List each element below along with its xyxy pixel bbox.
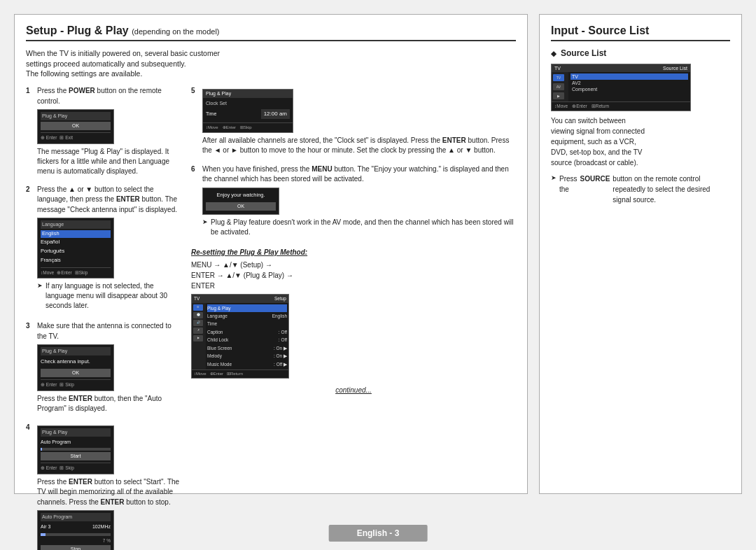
setup-icon-4: ✗ xyxy=(193,327,203,334)
source-screen-header: TV Source List xyxy=(552,64,690,72)
tv-enjoy-screen: Enjoy your watching. OK xyxy=(202,188,279,215)
source-list: TV AV2 Component xyxy=(568,72,690,101)
setup-tv-right: Setup xyxy=(274,295,286,302)
step-1-num: 1 xyxy=(26,86,33,176)
intro-text: When the TV is initially powered on, sev… xyxy=(26,48,516,79)
setup-tv-content: Plug & Play Language English Time xyxy=(206,303,288,369)
setup-icon-5: ▶ xyxy=(193,335,203,341)
clock-enter: ⊕Enter xyxy=(223,125,236,131)
clock-screen: Plug & Play Clock Set Time 12:00 am xyxy=(202,89,293,133)
setup-move: ↕Move xyxy=(194,371,206,377)
setup-row-plug: Plug & Play xyxy=(207,304,287,312)
source-bullet xyxy=(551,48,556,58)
tv-skip-btn: ⊞Skip xyxy=(75,269,88,276)
setup-bluescreen-val: : On ▶ xyxy=(274,345,287,351)
setup-caption-val: : Off xyxy=(279,329,287,335)
tv-ok-button: OK xyxy=(41,122,111,130)
footer-label: English - 3 xyxy=(357,528,400,538)
tv-lang-espanol: Español xyxy=(41,238,111,247)
left-columns: 1 Press the POWER button on the remote c… xyxy=(26,86,516,550)
setup-icon-1: ⚙ xyxy=(193,304,203,311)
clock-time-value: 12:00 am xyxy=(261,109,290,119)
setup-icon-3: 🔊 xyxy=(193,320,203,326)
step-2-content: Press the ▲ or ▼ button to select the la… xyxy=(37,185,180,313)
tv-enter-btn2: ⊕Enter xyxy=(57,269,72,276)
step-3-content: Make sure that the antenna is connected … xyxy=(37,321,180,414)
continued-text: continued... xyxy=(191,386,516,396)
source-sidebar: TV AV ▶ xyxy=(552,72,568,101)
tv-freq-label: 102MHz xyxy=(92,523,111,530)
clock-time-label: Time xyxy=(206,111,216,118)
clock-title: Plug & Play xyxy=(206,90,231,97)
tv-antenna-title: Plug & Play xyxy=(41,347,111,355)
step-4-num: 4 xyxy=(26,423,33,550)
setup-row-musicmode: Music Mode : Off ▶ xyxy=(207,360,287,368)
step-6: 6 When you have finished, press the MENU… xyxy=(191,164,516,239)
source-desc-line1: You can switch between viewing signal fr… xyxy=(551,117,645,167)
step-5: 5 Plug & Play Clock Set Time xyxy=(191,86,516,156)
tv-autoprog-skip: ⊞ Skip xyxy=(59,465,74,471)
clock-time-row: Time 12:00 am xyxy=(206,109,290,119)
resetting-text-2: ENTER → ▲/▼ (Plug & Play) → xyxy=(191,272,293,279)
title-sub: (depending on the model) xyxy=(132,27,219,36)
step-4: 4 Plug & Play Auto Program Start xyxy=(26,423,180,550)
tv-autoprog2-progress xyxy=(41,533,111,536)
setup-lang-label: Language xyxy=(207,313,227,319)
tv-screen-auto-program-2: Auto Program Air 3 102MHz 7 % xyxy=(37,510,114,550)
clock-move: ↕Move xyxy=(206,125,218,131)
source-description: You can switch between viewing signal fr… xyxy=(551,115,730,168)
tv-autoprog-progress xyxy=(41,448,111,451)
step-2: 2 Press the ▲ or ▼ button to select the … xyxy=(26,185,180,313)
setup-musicmode-val: : Off ▶ xyxy=(274,361,287,367)
tv-antenna-skip: ⊞ Skip xyxy=(59,381,74,388)
tv-autoprog-fill xyxy=(41,448,42,451)
setup-row-time: Time xyxy=(207,320,287,327)
setup-childlock-label: Child Lock xyxy=(207,337,228,343)
source-list-screen: TV Source List TV AV ▶ TV AV2 Component xyxy=(551,64,691,111)
source-icon-comp: ▶ xyxy=(553,92,564,99)
setup-enter: ⊕Enter xyxy=(210,371,223,377)
source-item-component: Component xyxy=(570,86,688,92)
tv-screen-title: Plug & Play xyxy=(41,112,111,120)
tv-autoprog-footer: ⊕ Enter ⊞ Skip xyxy=(41,463,111,471)
enjoy-text: Enjoy your watching. xyxy=(206,190,276,201)
source-move: ↕Move xyxy=(554,104,568,109)
source-screen-body: TV AV ▶ TV AV2 Component xyxy=(552,72,690,101)
setup-row-childlock: Child Lock : Off xyxy=(207,336,287,344)
setup-row-bluescreen: Blue Screen : On ▶ xyxy=(207,344,287,352)
clock-set-label: Clock Set xyxy=(206,100,290,107)
tv-screen-plug-play-1: Plug & Play OK ⊕ Enter ⊞ Exit xyxy=(37,109,114,144)
right-section-title: Input - Source List xyxy=(551,24,730,41)
step-1-sub: The message "Plug & Play" is displayed. … xyxy=(37,147,180,176)
step-2-num: 2 xyxy=(26,185,33,313)
resetting-line1: MENU → ▲/▼ (Setup) → ENTER → ▲/▼ (Plug &… xyxy=(191,260,516,291)
left-section-title: Setup - Plug & Play (depending on the mo… xyxy=(26,24,516,41)
step-1: 1 Press the POWER button on the remote c… xyxy=(26,86,180,176)
setup-tv-footer: ↕Move ⊕Enter ⊞Return xyxy=(192,369,288,378)
setup-icon-2: 🕐 xyxy=(193,312,203,318)
tv-move-btn: ↕Move xyxy=(41,269,54,276)
clock-header: Plug & Play xyxy=(203,90,293,98)
tv-antenna-text: Check antenna input. xyxy=(41,357,111,367)
tv-autoprog2-info: Air 3 102MHz xyxy=(41,523,111,531)
source-screen-tv: TV xyxy=(554,66,561,71)
tv-autoprog-label: Auto Program xyxy=(41,438,111,446)
setup-bluescreen-label: Blue Screen xyxy=(207,345,232,351)
setup-plug-label: Plug & Play xyxy=(207,305,231,311)
tv-autoprog-enter: ⊕ Enter xyxy=(41,465,57,471)
setup-childlock-val: : Off xyxy=(279,337,287,343)
tv-antenna-footer: ⊕ Enter ⊞ Skip xyxy=(41,379,111,388)
source-list-label: Source List xyxy=(561,48,606,58)
setup-tv-sidebar: ⚙ 🕐 🔊 ✗ ▶ xyxy=(192,303,206,369)
setup-tv-header: TV Setup xyxy=(192,295,288,302)
source-icon-av: AV xyxy=(553,83,564,90)
tv-antenna-enter: ⊕ Enter xyxy=(41,381,57,388)
source-screen-title: Source List xyxy=(663,66,687,71)
intro-line-2: settings proceed automatically and subse… xyxy=(26,59,186,68)
tv-screen-antenna: Plug & Play Check antenna input. OK ⊕ En… xyxy=(37,344,114,391)
footer-bar: English - 3 xyxy=(329,525,428,542)
enjoy-ok: OK xyxy=(206,202,276,211)
source-screen-footer: ↕Move ⊕Enter ⊞Return xyxy=(552,101,690,111)
step-6-num: 6 xyxy=(191,164,198,239)
tv-language-title: Language xyxy=(41,220,111,229)
